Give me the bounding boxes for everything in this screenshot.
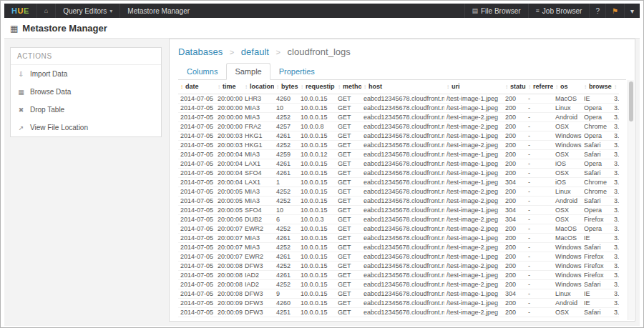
- table-cell: Windows: [553, 243, 582, 252]
- table-row[interactable]: 2014-07-0520:00:07MIA3425210.0.0.15GETea…: [178, 243, 619, 252]
- table-row[interactable]: 2014-07-0520:00:07EWR2425210.0.0.15GETea…: [178, 224, 619, 234]
- nav-metastore-manager[interactable]: Metastore Manager: [119, 4, 197, 18]
- table-cell: 4261: [274, 169, 298, 178]
- column-header-browserversion[interactable]: ↕browserversion: [612, 80, 619, 94]
- table-row[interactable]: 2014-07-0520:00:00FRA2425710.0.0.8GETeab…: [178, 122, 619, 131]
- table-cell: /test-image-1.jpeg: [444, 169, 503, 178]
- table-cell: LAX1: [243, 159, 274, 169]
- nav-file-browser[interactable]: ▤ File Browser: [464, 4, 528, 18]
- breadcrumb-databases[interactable]: Databases: [178, 46, 223, 57]
- sidebar-item-view-file-location[interactable]: ↗ View File Location: [11, 119, 161, 136]
- sidebar-item-import-data[interactable]: ⇩ Import Data: [11, 65, 161, 83]
- sort-icon[interactable]: ↕: [364, 84, 366, 90]
- column-label: status: [510, 83, 526, 90]
- sort-icon[interactable]: ↕: [218, 84, 220, 90]
- table-row[interactable]: 2014-07-0520:00:00MIA3425210.0.0.15GETea…: [178, 113, 619, 122]
- table-cell: MIA3: [243, 234, 274, 243]
- column-header-time[interactable]: ↕time: [215, 80, 243, 94]
- column-header-os[interactable]: ↕os: [553, 80, 582, 94]
- sort-icon[interactable]: ↕: [505, 84, 508, 90]
- table-row[interactable]: 2014-07-0520:00:05MIA3425210.0.0.15GETea…: [178, 197, 619, 206]
- column-header-date[interactable]: ↕date: [178, 80, 215, 94]
- breadcrumb-database-default[interactable]: default: [241, 46, 269, 57]
- help-button[interactable]: ?: [589, 4, 605, 18]
- table-row[interactable]: 2014-07-0520:00:03HKG1425210.0.0.15GETea…: [178, 141, 619, 150]
- table-row[interactable]: 2014-07-0520:00:05MIA3425210.0.0.15GETea…: [178, 187, 619, 197]
- table-cell: Windows: [553, 271, 582, 280]
- table-cell: -: [526, 262, 553, 271]
- column-header-location[interactable]: ↕location: [243, 80, 274, 94]
- table-cell: /test-image-2.jpeg: [444, 187, 503, 197]
- table-row[interactable]: 2014-07-0520:00:07MIA3426110.0.0.15GETea…: [178, 234, 619, 243]
- nav-query-editors[interactable]: Query Editors ▾: [55, 4, 119, 18]
- table-row[interactable]: 2014-07-0520:00:07EWR2426110.0.0.15GETea…: [178, 252, 619, 262]
- table-cell: MacOS: [553, 224, 582, 234]
- sort-icon[interactable]: ↕: [555, 84, 558, 90]
- tab-properties[interactable]: Properties: [270, 63, 323, 80]
- table-row[interactable]: 2014-07-0520:00:04MIA3425910.0.0.12GETea…: [178, 150, 619, 159]
- table-cell: eabcd12345678.cloudfront.net: [361, 262, 444, 271]
- table-row[interactable]: 2014-07-0520:00:08IAD2425210.0.0.15GETea…: [178, 280, 619, 289]
- column-header-requestip[interactable]: ↕requestip: [298, 80, 336, 94]
- table-row[interactable]: 2014-07-0520:00:09DFW3426010.0.0.15GETea…: [178, 299, 619, 308]
- table-cell: 2014-07-05: [178, 122, 215, 131]
- table-row[interactable]: 2014-07-0520:00:05SFO41010.0.0.15GETeabc…: [178, 206, 619, 215]
- table-row[interactable]: 2014-07-0520:00:04SFO4426110.0.0.15GETea…: [178, 169, 619, 178]
- user-menu-button[interactable]: ▾: [624, 4, 640, 18]
- table-row[interactable]: 2014-07-0520:00:08DFW3910.0.0.15GETeabcd…: [178, 289, 619, 299]
- table-cell: 6: [274, 215, 298, 224]
- column-header-status[interactable]: ↕status: [503, 80, 526, 94]
- table-row[interactable]: 2014-07-0520:00:00MIA31010.0.0.15GETeabc…: [178, 104, 619, 113]
- table-row[interactable]: 2014-07-0520:00:09DFW3425110.0.0.15GETea…: [178, 308, 619, 317]
- tab-columns[interactable]: Columns: [178, 63, 226, 80]
- feedback-button[interactable]: ⚑: [605, 4, 624, 18]
- table-row[interactable]: 2014-07-0520:00:03HKG1426110.0.0.15GETea…: [178, 131, 619, 141]
- sort-icon[interactable]: ↕: [301, 84, 303, 90]
- vertical-scrollbar[interactable]: [628, 80, 634, 320]
- sort-icon[interactable]: ↕: [614, 84, 617, 90]
- sort-icon[interactable]: ↕: [528, 84, 531, 90]
- table-cell: Chrome: [582, 187, 612, 197]
- navbar-left: H U E ⌂ Query Editors ▾ Metastore Manage…: [4, 4, 197, 18]
- table-cell: GET: [336, 299, 361, 308]
- column-header-method[interactable]: ↕method: [336, 80, 361, 94]
- table-cell: eabcd12345678.cloudfront.net: [361, 234, 444, 243]
- table-row[interactable]: 2014-07-0520:00:06DUB2610.0.0.3GETeabcd1…: [178, 215, 619, 224]
- sidebar-item-browse-data[interactable]: ▦ Browse Data: [11, 83, 161, 101]
- column-header-bytes[interactable]: ↕bytes: [274, 80, 298, 94]
- table-cell: 304: [503, 206, 526, 215]
- table-cell: 200: [503, 299, 526, 308]
- tab-sample[interactable]: Sample: [226, 63, 270, 80]
- table-cell: -: [526, 104, 553, 113]
- sort-icon[interactable]: ↕: [276, 84, 279, 90]
- sidebar-item-drop-table[interactable]: ✖ Drop Table: [11, 101, 161, 119]
- sort-icon[interactable]: ↕: [180, 84, 183, 90]
- hue-logo[interactable]: H U E: [4, 4, 36, 18]
- column-header-referrer[interactable]: ↕referrer: [526, 80, 553, 94]
- home-button[interactable]: ⌂: [36, 4, 55, 18]
- sort-icon[interactable]: ↕: [584, 84, 587, 90]
- table-cell: Opera: [582, 131, 612, 141]
- column-header-host[interactable]: ↕host: [361, 80, 444, 94]
- scrollbar-thumb[interactable]: [629, 81, 633, 121]
- table-row[interactable]: 2014-07-0520:00:04LAX1426110.0.0.15GETea…: [178, 159, 619, 169]
- table-row[interactable]: 2014-07-0520:00:00LHR3426010.0.0.15GETea…: [178, 94, 619, 104]
- table-cell: OSX: [553, 308, 582, 317]
- table-cell: /test-image-2.jpeg: [444, 280, 503, 289]
- sort-icon[interactable]: ↕: [447, 84, 449, 90]
- table-row[interactable]: 2014-07-0520:00:08IAD2426110.0.0.15GETea…: [178, 271, 619, 280]
- column-header-uri[interactable]: ↕uri: [444, 80, 503, 94]
- table-row[interactable]: 2014-07-0520:00:04LAX1110.0.0.15GETeabcd…: [178, 178, 619, 187]
- sort-icon[interactable]: ↕: [338, 84, 341, 90]
- column-header-browser[interactable]: ↕browser: [582, 80, 612, 94]
- table-row[interactable]: 2014-07-0520:00:08DFW3425210.0.0.15GETea…: [178, 262, 619, 271]
- browse-icon: ▦: [17, 89, 25, 96]
- table-cell: -: [526, 131, 553, 141]
- table-cell: iOS: [553, 159, 582, 169]
- table-cell: 3.0.9: [612, 150, 619, 159]
- table-cell: 2014-07-05: [178, 169, 215, 178]
- sort-icon[interactable]: ↕: [245, 84, 248, 90]
- detail-tabs: Columns Sample Properties: [178, 63, 626, 80]
- table-cell: SFO4: [243, 169, 274, 178]
- nav-job-browser[interactable]: ≡ Job Browser: [528, 4, 590, 18]
